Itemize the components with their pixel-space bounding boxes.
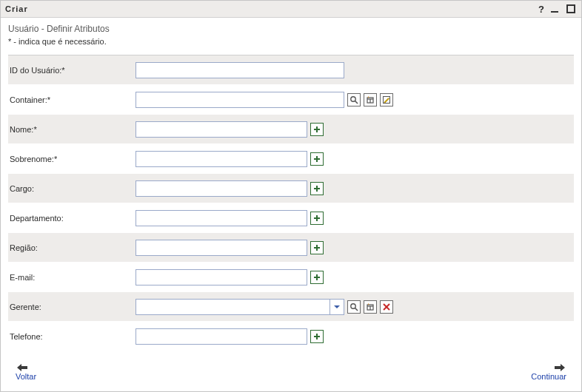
row-name: Nome:* (8, 115, 574, 144)
minimize-icon[interactable] (549, 3, 561, 15)
history-icon[interactable] (364, 93, 377, 107)
add-icon[interactable] (310, 152, 324, 166)
row-container: Container:* (8, 85, 574, 115)
control-region (136, 240, 324, 256)
required-note: * - indica que é necessário. (8, 37, 574, 46)
phone-input[interactable] (136, 328, 307, 345)
svg-line-21 (355, 308, 358, 311)
page-body: Usuário - Definir Atributos * - indica q… (1, 18, 581, 391)
add-icon[interactable] (310, 271, 324, 284)
arrow-right-icon (553, 363, 566, 372)
back-button[interactable]: Voltar (16, 363, 36, 381)
name-input[interactable] (136, 121, 307, 138)
user-id-input[interactable] (136, 62, 344, 78)
label-email: E-mail: (10, 273, 136, 282)
label-lastname: Sobrenome:* (10, 155, 136, 163)
label-region: Região: (10, 243, 136, 252)
lastname-input[interactable] (136, 151, 307, 167)
row-title: Cargo: (8, 174, 574, 203)
email-input[interactable] (136, 269, 307, 285)
search-icon[interactable] (347, 93, 361, 107)
label-manager: Gerente: (10, 303, 136, 311)
label-department: Departamento: (10, 214, 136, 223)
control-manager (136, 299, 393, 315)
control-user-id (136, 62, 344, 78)
arrow-left-icon (16, 363, 29, 372)
next-label: Continuar (531, 372, 566, 381)
label-phone: Telefone: (10, 332, 136, 341)
row-department: Departamento: (8, 203, 574, 233)
search-icon[interactable] (347, 300, 361, 314)
department-input[interactable] (136, 210, 307, 226)
add-icon[interactable] (310, 123, 324, 136)
svg-point-20 (351, 303, 355, 308)
form: ID do Usuário:* Container:* (8, 55, 574, 356)
control-phone (136, 328, 324, 345)
label-name: Nome:* (10, 125, 136, 134)
add-icon[interactable] (310, 212, 324, 225)
row-lastname: Sobrenome:* (8, 144, 574, 174)
label-title: Cargo: (10, 184, 136, 193)
row-user-id: ID do Usuário:* (8, 55, 574, 85)
help-icon[interactable]: ? (538, 4, 544, 15)
add-icon[interactable] (310, 241, 324, 254)
window-title: Criar (5, 4, 28, 13)
add-icon[interactable] (310, 330, 324, 343)
label-user-id: ID do Usuário:* (10, 66, 136, 75)
manager-combobox[interactable] (136, 299, 344, 315)
svg-rect-0 (551, 11, 558, 13)
row-email: E-mail: (8, 263, 574, 292)
edit-icon[interactable] (380, 93, 393, 107)
svg-point-2 (351, 96, 355, 101)
svg-rect-1 (567, 5, 575, 13)
clear-icon[interactable] (380, 300, 393, 314)
region-input[interactable] (136, 240, 307, 256)
row-region: Região: (8, 233, 574, 263)
control-container (136, 92, 393, 108)
control-name (136, 121, 324, 138)
svg-line-3 (355, 101, 358, 104)
row-manager: Gerente: (8, 292, 574, 322)
label-container: Container:* (10, 95, 136, 104)
container-input[interactable] (136, 92, 344, 108)
footer: Voltar Continuar (8, 356, 574, 391)
add-icon[interactable] (310, 182, 324, 195)
control-email (136, 269, 324, 285)
title-input[interactable] (136, 180, 307, 197)
control-title (136, 180, 324, 197)
window-frame: Criar ? Usuário - Definir Atributos * - … (0, 0, 582, 392)
page-heading: Usuário - Definir Atributos (8, 24, 574, 34)
control-lastname (136, 151, 324, 167)
control-department (136, 210, 324, 226)
chevron-down-icon[interactable] (330, 300, 344, 314)
title-bar: Criar ? (1, 1, 581, 18)
back-label: Voltar (16, 372, 36, 381)
row-phone: Telefone: (8, 322, 574, 351)
next-button[interactable]: Continuar (531, 363, 566, 381)
history-icon[interactable] (364, 300, 377, 314)
maximize-icon[interactable] (565, 3, 577, 15)
